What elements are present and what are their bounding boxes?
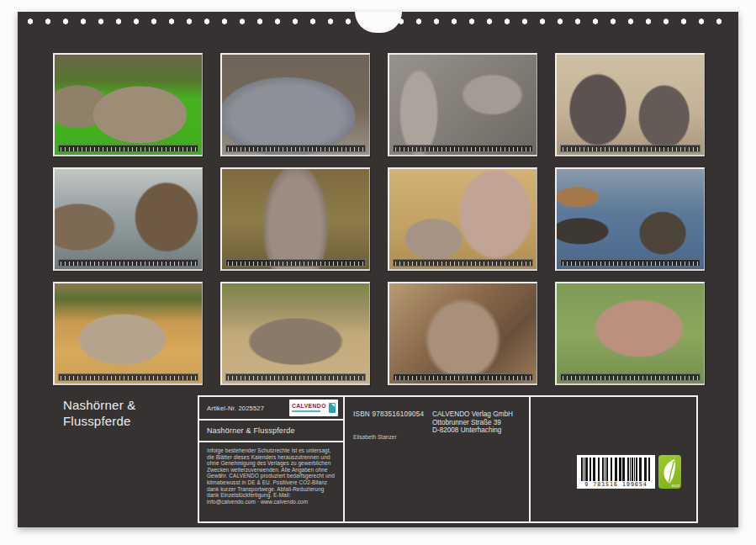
artikel-row: Artikel-Nr. 2025527 CALVENDO: [199, 397, 343, 421]
info-box: Artikel-Nr. 2025527 CALVENDO Nashörner &…: [198, 395, 698, 523]
calendar-sheet: Nashörner & Flusspferde Artikel-Nr. 2025…: [18, 12, 738, 527]
eco-label: eco: [672, 483, 679, 488]
publisher-address: CALVENDO Verlag GmbH Ottobrunner Straße …: [432, 410, 513, 435]
month-thumbnail-10: [220, 282, 370, 385]
calvendo-logo: CALVENDO: [289, 399, 338, 416]
month-thumbnail-2: [220, 53, 370, 156]
publisher-line3: D-82008 Unterhaching: [432, 426, 513, 435]
barcode-digits: 9 783516 109054: [581, 481, 651, 488]
hanger-notch: [355, 12, 402, 33]
barcode-group: 9 783516 109054 eco: [577, 455, 681, 489]
info-box-left-column: Artikel-Nr. 2025527 CALVENDO Nashörner &…: [199, 397, 345, 521]
calvendo-logo-text: CALVENDO: [292, 404, 326, 412]
mini-date-strip: [560, 145, 700, 152]
mini-date-strip: [58, 373, 198, 381]
eco-logo: eco: [658, 455, 681, 489]
month-thumbnail-7: [388, 167, 537, 271]
calvendo-book-icon: [329, 403, 336, 413]
mini-date-strip: [393, 373, 533, 381]
ean-barcode: 9 783516 109054: [577, 455, 655, 489]
mini-date-strip: [225, 145, 366, 152]
month-thumbnail-4: [555, 53, 705, 156]
mini-date-strip: [393, 259, 533, 267]
info-box-middle-column: ISBN 9783516109054 CALVENDO Verlag GmbH …: [345, 397, 531, 521]
month-thumbnail-1: [53, 53, 203, 156]
calendar-back-cover: Nashörner & Flusspferde Artikel-Nr. 2025…: [0, 0, 756, 545]
publisher-line1: CALVENDO Verlag GmbH: [432, 410, 513, 419]
calvendo-tagline-bar: [292, 410, 320, 412]
calendar-title-line1: Nashörner &: [63, 397, 135, 413]
month-thumbnail-11: [388, 282, 537, 385]
month-thumbnail-9: [53, 282, 203, 385]
publisher-line2: Ottobrunner Straße 39: [432, 419, 513, 427]
info-box-title: Nashörner & Flusspferde: [199, 421, 343, 442]
calendar-title-line2: Flusspferde: [63, 413, 135, 429]
mini-date-strip: [560, 373, 700, 381]
mini-date-strip: [560, 259, 700, 267]
month-thumbnail-8: [555, 167, 705, 271]
mini-date-strip: [58, 145, 198, 152]
mini-date-strip: [225, 373, 366, 381]
mini-date-strip: [393, 145, 533, 152]
month-thumbnail-12: [555, 282, 705, 385]
mini-date-strip: [58, 259, 198, 267]
mini-date-strip: [225, 259, 366, 267]
photographer-credit: Elisabeth Stanzer: [353, 434, 397, 440]
isbn-text: ISBN 9783516109054: [353, 410, 424, 418]
month-thumbnail-6: [220, 167, 370, 271]
month-thumbnail-5: [53, 167, 203, 271]
barcode-bars: [581, 458, 651, 481]
legal-text: Infolge bestehender Schutzrechte ist es …: [199, 442, 343, 521]
month-thumbnail-3: [388, 53, 537, 156]
month-thumbnails-grid: [53, 53, 705, 385]
artikel-number: Artikel-Nr. 2025527: [207, 405, 264, 412]
leaf-icon: [660, 457, 679, 485]
info-box-right-column: 9 783516 109054 eco: [531, 397, 696, 521]
calvendo-wordmark: CALVENDO: [292, 404, 326, 409]
calendar-title: Nashörner & Flusspferde: [63, 397, 135, 429]
